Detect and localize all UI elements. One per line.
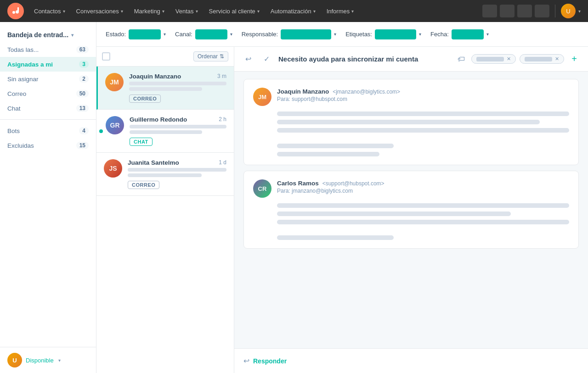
remove-tag-1-icon[interactable]: ✕ (507, 56, 511, 62)
msg-line (277, 235, 394, 240)
remove-tag-2-icon[interactable]: ✕ (555, 56, 559, 62)
msg-to: Para: jmanzano@biglytics.com (277, 188, 569, 194)
conv-info: Juanita Santelmo 1 d CORREO (128, 159, 226, 189)
msg-sender-email: <jmanzano@biglytics.com> (333, 89, 400, 95)
reply-button[interactable]: Responder (253, 357, 287, 365)
conversation-item[interactable]: JM Joaquín Manzano 3 m CORREO (96, 67, 234, 110)
filter-canal: Canal: ▾ (175, 29, 232, 39)
add-tag-button[interactable]: + (568, 53, 581, 66)
nav-informes[interactable]: Informes ▾ (322, 5, 359, 17)
message-card: JM Joaquín Manzano <jmanzano@biglytics.c… (243, 79, 579, 165)
filter-fecha-value[interactable] (452, 29, 484, 39)
user-menu-chevron[interactable]: ▾ (578, 9, 581, 14)
conv-name: Joaquín Manzano (129, 73, 181, 80)
nav-ventas[interactable]: Ventas ▾ (171, 5, 203, 17)
availability-chevron[interactable]: ▾ (58, 358, 61, 363)
footer-avatar: U (7, 353, 22, 367)
filter-etiquetas-value[interactable] (375, 29, 416, 39)
avatar-initials: JM (105, 73, 124, 91)
help-button[interactable] (500, 5, 514, 17)
filter-responsable-chevron[interactable]: ▾ (334, 32, 336, 37)
msg-sender-name-row: Joaquín Manzano <jmanzano@biglytics.com> (277, 88, 569, 95)
check-icon[interactable]: ✓ (260, 53, 273, 66)
conv-tag: CORREO (128, 181, 159, 189)
nav-conversaciones[interactable]: Conversaciones ▾ (72, 5, 128, 17)
sidebar-item-excluidas[interactable]: Excluidas 15 (0, 138, 96, 153)
filter-canal-value[interactable] (195, 29, 227, 39)
filter-canal-chevron[interactable]: ▾ (230, 32, 232, 37)
hubspot-logo[interactable] (7, 3, 24, 19)
conv-line (130, 125, 226, 128)
user-avatar[interactable]: U (561, 4, 576, 18)
filter-etiquetas: Etiquetas: ▾ (345, 29, 421, 39)
msg-line (277, 203, 569, 208)
filter-fecha-chevron[interactable]: ▾ (486, 32, 489, 37)
conv-preview-lines (128, 168, 226, 177)
conv-line (128, 173, 202, 177)
chevron-down-icon: ▾ (351, 9, 354, 14)
app-body: Bandeja de entrad... ▾ Todas las... 63 A… (0, 22, 588, 373)
conv-line (129, 87, 202, 91)
conversation-list: Ordenar ⇅ JM Joaquín Manzano 3 m (96, 47, 234, 373)
chevron-down-icon: ▾ (162, 9, 164, 14)
filter-estado: Estado: ▾ (106, 29, 166, 39)
filter-estado-value[interactable] (129, 29, 161, 39)
sidebar-item-correo[interactable]: Correo 50 (0, 86, 96, 101)
msg-avatar-joaquin: JM (253, 88, 271, 106)
back-icon[interactable]: ↩ (242, 53, 254, 66)
tag-pill-2[interactable]: ✕ (520, 54, 564, 64)
sidebar-footer[interactable]: U Disponible ▾ (0, 347, 96, 373)
sidebar-item-sin-asignar[interactable]: Sin asignar 2 (0, 72, 96, 86)
availability-status: Disponible (26, 357, 54, 364)
sort-button[interactable]: Ordenar ⇅ (193, 51, 228, 61)
nav-marketing[interactable]: Marketing ▾ (130, 5, 169, 17)
tag-label-2 (525, 57, 552, 61)
msg-line (277, 128, 569, 133)
conv-time: 3 m (217, 73, 226, 79)
messages-area: JM Joaquín Manzano <jmanzano@biglytics.c… (234, 72, 588, 348)
nav-automatizacion[interactable]: Automatización ▾ (266, 5, 320, 17)
msg-line (277, 120, 540, 124)
conv-tag: CORREO (129, 95, 161, 103)
nav-contactos[interactable]: Contactos ▾ (29, 5, 70, 17)
avatar-face: JM (253, 88, 271, 106)
conv-tag: CHAT (130, 138, 153, 146)
conv-line (129, 82, 226, 85)
conv-header: Joaquín Manzano 3 m (129, 73, 226, 80)
select-all-checkbox[interactable] (102, 52, 110, 61)
conversation-item[interactable]: JS Juanita Santelmo 1 d CORREO (96, 153, 234, 196)
reply-icon[interactable]: ↩ (243, 356, 249, 365)
svg-point-0 (7, 3, 24, 19)
msg-line (277, 144, 394, 148)
sidebar-item-chat[interactable]: Chat 13 (0, 101, 96, 116)
chevron-down-icon: ▾ (313, 9, 316, 14)
sidebar-item-bots[interactable]: Bots 4 (0, 123, 96, 138)
tag-icon[interactable]: 🏷 (455, 53, 468, 66)
filter-estado-chevron[interactable]: ▾ (164, 32, 166, 37)
notifications-button[interactable] (535, 5, 549, 17)
sidebar-item-asignadas[interactable]: Asignadas a mi 3 (0, 57, 96, 72)
settings-button[interactable] (517, 5, 532, 17)
tag-label-1 (476, 57, 504, 61)
unread-indicator (99, 129, 103, 133)
sidebar-item-todas[interactable]: Todas las... 63 (0, 42, 96, 57)
sidebar-item-chat-label: Chat (7, 105, 21, 112)
filter-etiquetas-chevron[interactable]: ▾ (419, 32, 421, 37)
msg-spacer (277, 136, 569, 140)
filter-responsable-value[interactable] (281, 29, 331, 39)
conv-time: 1 d (219, 159, 226, 166)
filter-canal-label: Canal: (175, 31, 192, 38)
nav-servicio[interactable]: Servicio al cliente ▾ (204, 5, 264, 17)
user-initials: U (566, 8, 570, 15)
sidebar-item-todas-label: Todas las... (7, 46, 39, 53)
sidebar-item-bots-badge: 4 (79, 127, 89, 134)
search-button[interactable] (482, 5, 497, 17)
sidebar-item-sin-asignar-label: Sin asignar (7, 76, 39, 83)
msg-sender-name: Joaquín Manzano (277, 88, 329, 95)
sidebar-item-correo-badge: 50 (76, 90, 89, 97)
tag-pill-1[interactable]: ✕ (471, 54, 516, 64)
msg-sender-info: Carlos Ramos <support@hubspot.com> Para:… (277, 179, 569, 194)
sidebar-header[interactable]: Bandeja de entrad... ▾ (0, 26, 96, 42)
conversation-item[interactable]: GR Guillermo Redondo 2 h CHAT (96, 110, 234, 153)
detail-toolbar: ↩ ✓ Necesito ayuda para sincronizar mi c… (234, 47, 588, 72)
